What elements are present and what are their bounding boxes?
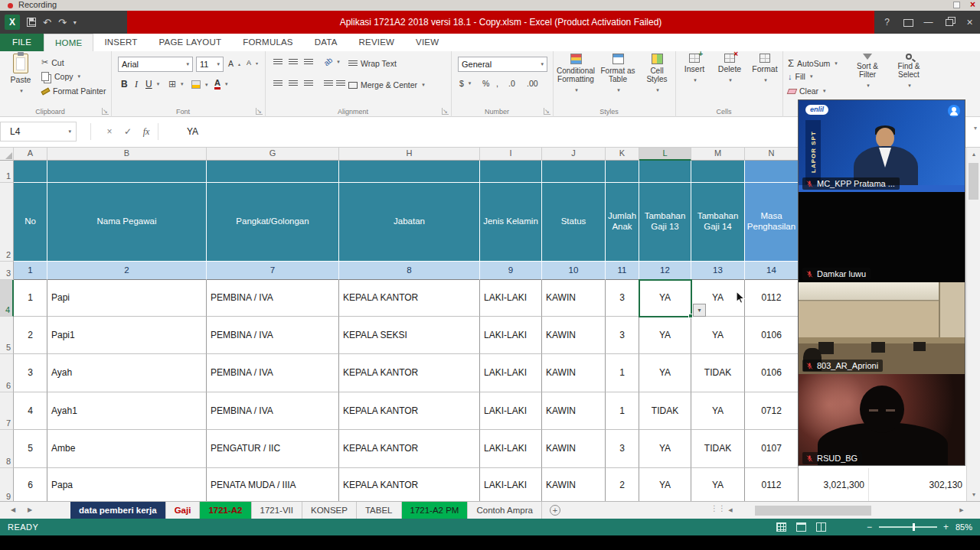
column-header-L[interactable]: L: [639, 148, 691, 161]
scroll-up-icon[interactable]: ▴: [967, 148, 980, 161]
cell-M7[interactable]: YA: [691, 392, 745, 430]
cell-J4[interactable]: KAWIN: [542, 280, 606, 317]
cell-G5[interactable]: PEMBINA / IVA: [207, 317, 339, 354]
cut-button[interactable]: ✂ Cut: [41, 57, 64, 67]
sheet-tab-data-pemberi-kerja[interactable]: data pemberi kerja: [70, 502, 166, 519]
autosum-button[interactable]: ΣAutoSum▾: [788, 57, 838, 69]
select-all-corner[interactable]: [0, 148, 14, 161]
row-header-6[interactable]: 6: [0, 354, 14, 392]
delete-cells-button[interactable]: × Delete▾: [713, 54, 746, 84]
column-header-K[interactable]: K: [606, 148, 639, 161]
align-left-button[interactable]: [273, 80, 283, 87]
clipboard-dialog-launcher[interactable]: ↘: [102, 108, 109, 115]
sheet-tab-contoh-ampra[interactable]: Contoh Ampra: [468, 502, 542, 519]
minimize-icon[interactable]: —: [918, 11, 939, 34]
horizontal-scrollbar[interactable]: [738, 506, 954, 516]
cell-M8[interactable]: TIDAK: [691, 430, 745, 468]
conditional-formatting-button[interactable]: Conditional Formatting▾: [555, 54, 596, 94]
increase-decimal-button[interactable]: .0: [508, 79, 515, 88]
comma-style-button[interactable]: ,: [496, 79, 498, 88]
ribbon-tab-view[interactable]: VIEW: [405, 34, 449, 51]
cell-J5[interactable]: KAWIN: [542, 317, 606, 354]
column-header-N[interactable]: N: [745, 148, 799, 161]
fill-button[interactable]: ↓Fill▾: [788, 72, 812, 81]
cell-A4[interactable]: 1: [14, 280, 47, 317]
row-header-7[interactable]: 7: [0, 392, 14, 430]
zoom-in-icon[interactable]: +: [943, 519, 949, 535]
column-header-A[interactable]: A: [14, 148, 47, 161]
cell-H4[interactable]: KEPALA KANTOR: [339, 280, 480, 317]
tab-scroll-left-icon[interactable]: ◀: [6, 502, 20, 519]
cell-G7[interactable]: PEMBINA / IVA: [207, 392, 339, 430]
cell-O9[interactable]: 3,021,300: [799, 468, 869, 501]
ribbon-tab-review[interactable]: REVIEW: [348, 34, 406, 51]
sheet-tab-konsep[interactable]: KONSEP: [302, 502, 357, 519]
sheet-tab-gaji[interactable]: Gaji: [166, 502, 201, 519]
shrink-font-button[interactable]: A▾: [247, 59, 258, 67]
ribbon-tab-formulas[interactable]: FORMULAS: [232, 34, 304, 51]
row-header-9[interactable]: 9: [0, 468, 14, 501]
row-header-1[interactable]: 1: [0, 161, 14, 183]
wrap-text-button[interactable]: Wrap Text: [348, 59, 397, 68]
cell-K8[interactable]: 3: [606, 430, 639, 468]
recording-tool-icon[interactable]: [953, 2, 960, 8]
ribbon-tab-file[interactable]: FILE: [0, 34, 44, 51]
format-as-table-button[interactable]: Format as Table▾: [598, 54, 638, 94]
ribbon-tab-data[interactable]: DATA: [304, 34, 348, 51]
merge-center-button[interactable]: Merge & Center▾: [348, 80, 425, 89]
cell-K6[interactable]: 1: [606, 354, 639, 392]
cell-M9[interactable]: YA: [691, 468, 745, 501]
column-header-I[interactable]: I: [480, 148, 542, 161]
cell-A7[interactable]: 4: [14, 392, 47, 430]
cell-B4[interactable]: Papi: [47, 280, 207, 317]
clear-button[interactable]: Clear▾: [788, 86, 826, 96]
zoom-slider[interactable]: [879, 526, 937, 528]
increase-indent-button[interactable]: [336, 80, 345, 87]
percent-style-button[interactable]: %: [482, 79, 489, 88]
insert-cells-button[interactable]: + Insert▾: [678, 54, 711, 84]
cell-J7[interactable]: KAWIN: [542, 392, 606, 430]
cell-K7[interactable]: 1: [606, 392, 639, 430]
formula-bar-expand-icon[interactable]: ▾: [974, 125, 977, 132]
cell-M5[interactable]: YA: [691, 317, 745, 354]
ribbon-tab-page-layout[interactable]: PAGE LAYOUT: [149, 34, 233, 51]
participant-avatar-icon[interactable]: [948, 105, 960, 117]
cell-L5[interactable]: YA: [639, 317, 691, 354]
help-icon[interactable]: ?: [877, 11, 897, 34]
cell-B5[interactable]: Papi1: [47, 317, 207, 354]
row-header-4[interactable]: 4: [0, 280, 14, 317]
paste-button[interactable]: Paste ▾: [5, 54, 37, 95]
video-tile-mc-kpp[interactable]: LAPOR SPT enlil MC_KPP Pratama ...: [799, 100, 965, 192]
name-box[interactable]: L4 ▾: [0, 122, 77, 142]
row-header-2[interactable]: 2: [0, 183, 14, 262]
cell-styles-button[interactable]: Cell Styles▾: [639, 54, 675, 94]
font-dialog-launcher[interactable]: ↘: [256, 108, 263, 115]
sheet-tab-1721-a2-pm[interactable]: 1721-A2 PM: [402, 502, 469, 519]
align-center-button[interactable]: [289, 80, 298, 87]
number-format-combo[interactable]: General▾: [458, 57, 547, 72]
find-select-button[interactable]: Find & Select▾: [889, 54, 929, 89]
normal-view-icon[interactable]: [776, 522, 786, 532]
column-header-H[interactable]: H: [339, 148, 480, 161]
fill-color-button[interactable]: ▾: [191, 80, 208, 89]
cell-K9[interactable]: 2: [606, 468, 639, 501]
decrease-indent-button[interactable]: [324, 80, 333, 87]
column-header-G[interactable]: G: [207, 148, 339, 161]
cell-P9[interactable]: 302,130: [869, 468, 966, 501]
cell-K5[interactable]: 3: [606, 317, 639, 354]
cell-H8[interactable]: KEPALA KANTOR: [339, 430, 480, 468]
sort-filter-button[interactable]: Sort & Filter▾: [848, 54, 887, 89]
cell-B8[interactable]: Ambe: [47, 430, 207, 468]
video-tile-damkar[interactable]: Damkar luwu: [799, 192, 965, 282]
cell-I9[interactable]: LAKI-LAKI: [480, 468, 542, 501]
enter-icon[interactable]: ✓: [119, 122, 136, 142]
new-sheet-button[interactable]: +: [550, 505, 560, 516]
cell-N7[interactable]: 0712: [745, 392, 799, 430]
underline-button[interactable]: U▾: [145, 79, 159, 89]
number-dialog-launcher[interactable]: ↘: [544, 108, 550, 115]
sheet-tab-tabel[interactable]: TABEL: [357, 502, 402, 519]
cell-N9[interactable]: 0112: [745, 468, 799, 501]
cell-I8[interactable]: LAKI-LAKI: [480, 430, 542, 468]
decrease-decimal-button[interactable]: .00: [527, 79, 538, 88]
cell-G8[interactable]: PENGATUR / IIC: [207, 430, 339, 468]
